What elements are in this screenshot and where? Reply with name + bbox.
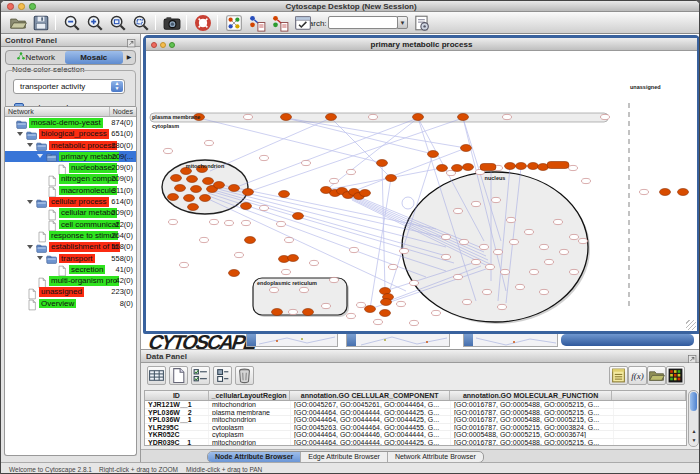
- attribute-checklist-icon[interactable]: [191, 366, 210, 385]
- delete-attribute-icon[interactable]: [235, 366, 254, 385]
- disclosure-arrow-icon[interactable]: [27, 200, 33, 204]
- table-cell[interactable]: YDR039C__1: [145, 439, 209, 446]
- attribute-table[interactable]: ID_cellularLayoutRegionannotation.GO CEL…: [144, 390, 687, 446]
- network-tree-header[interactable]: Network Nodes: [5, 107, 136, 117]
- table-cell[interactable]: plasma membrane: [209, 409, 291, 416]
- close-button[interactable]: [7, 3, 14, 10]
- tree-row-mosaic-demo-yeast[interactable]: mosaic-demo-yeast874(0): [5, 117, 136, 128]
- column-header-0[interactable]: ID: [145, 391, 209, 400]
- window-titlebar[interactable]: Cytoscape Desktop (New Session): [1, 1, 700, 12]
- frame-close-button[interactable]: [151, 42, 157, 48]
- tree-row-secretion[interactable]: secretion41(0): [5, 264, 136, 275]
- tree-row-multi-organism-pro[interactable]: multi-organism pro42(0): [5, 275, 136, 286]
- tree-row-unassigned[interactable]: unassigned223(0): [5, 286, 136, 297]
- import-table-icon[interactable]: [647, 366, 666, 385]
- table-row[interactable]: YPL036W__2plasma membrane[GO:0044464, GO…: [145, 409, 686, 417]
- vizmapper-icon[interactable]: [225, 14, 243, 32]
- zoom-button[interactable]: [29, 3, 36, 10]
- table-row[interactable]: YJR121W__1mitochondrion[GO:0045267, GO:0…: [145, 401, 686, 409]
- table-cell[interactable]: YJR121W__1: [145, 401, 209, 408]
- tree-row-response-to-stimul[interactable]: response to stimul264(0): [5, 230, 136, 241]
- table-cell[interactable]: [GO:0016787, GO:0005488, GO:0005215, G..…: [451, 439, 614, 446]
- network-frame-titlebar[interactable]: primary metabolic process: [146, 38, 697, 51]
- zoom-fit-icon[interactable]: [132, 14, 150, 32]
- background-window[interactable]: [246, 333, 338, 347]
- zoom-in-icon[interactable]: [86, 14, 104, 32]
- column-header-2[interactable]: annotation.GO CELLULAR_COMPONENT: [290, 391, 449, 400]
- tree-row-overview[interactable]: Overview8(0): [5, 298, 136, 309]
- scroll-up-arrow[interactable]: ▲: [690, 427, 698, 436]
- table-row[interactable]: YPL036W__1mitochondrion[GO:0044464, GO:0…: [145, 416, 686, 424]
- tab-node-attribute-browser[interactable]: Node Attribute Browser: [208, 452, 301, 462]
- tree-row-metabolic-process[interactable]: metabolic process280(0): [5, 140, 136, 151]
- tab-network-attribute-browser[interactable]: Network Attribute Browser: [388, 452, 483, 462]
- open-icon[interactable]: [9, 14, 27, 32]
- table-cell[interactable]: [GO:0005488, GO:0005215, GO:0003674]: [451, 431, 614, 438]
- frame-zoom-button[interactable]: [169, 42, 175, 48]
- background-window[interactable]: [463, 333, 558, 347]
- table-cell[interactable]: [GO:0016787, GO:0005215, GO:0003824, G..…: [451, 424, 614, 431]
- map-attributes-icon[interactable]: [248, 14, 266, 32]
- float-panel-icon[interactable]: [687, 351, 698, 362]
- tree-row-nitrogen-compo[interactable]: nitrogen compo209(0): [5, 173, 136, 184]
- disclosure-arrow-icon[interactable]: [17, 132, 23, 136]
- table-scrollbar[interactable]: ▲ ▼: [688, 390, 699, 447]
- minimize-button[interactable]: [18, 3, 25, 10]
- table-cell[interactable]: YLR295C: [145, 424, 209, 431]
- table-cell[interactable]: cytoplasm: [209, 424, 291, 431]
- search-dropdown-arrow[interactable]: ▼: [397, 16, 408, 29]
- table-cell[interactable]: [GO:0016787, GO:0005488, GO:0005215, G..…: [451, 401, 614, 408]
- table-row[interactable]: YLR295Ccytoplasm[GO:0045263, GO:0044464,…: [145, 424, 686, 432]
- search-input[interactable]: [328, 16, 398, 29]
- column-header-3[interactable]: annotation.GO MOLECULAR_FUNCTION: [450, 391, 612, 400]
- tree-row-macromolecule[interactable]: macromolecule311(0): [5, 185, 136, 196]
- table-cell[interactable]: [GO:0045263, GO:0044464, GO:0044455, G..…: [291, 424, 451, 431]
- notes-icon[interactable]: [609, 366, 628, 385]
- table-cell[interactable]: YPL036W__2: [145, 409, 209, 416]
- tree-row-biological-process[interactable]: biological_process651(0): [5, 128, 136, 139]
- float-panel-icon[interactable]: [126, 35, 137, 46]
- snapshot-icon[interactable]: [163, 14, 181, 32]
- table-cell[interactable]: YKR052C: [145, 431, 209, 438]
- table-cell[interactable]: [GO:0044464, GO:0044444, GO:0044425, G..…: [291, 409, 451, 416]
- disclosure-arrow-icon[interactable]: [37, 256, 43, 260]
- table-row[interactable]: YDR039C__1mitochondrion[GO:0044464, GO:0…: [145, 439, 686, 447]
- tab-overflow-arrow[interactable]: ▶: [123, 51, 135, 64]
- zoom-selected-icon[interactable]: [109, 14, 127, 32]
- table-cell[interactable]: [GO:0045267, GO:0045261, GO:0044464, G..…: [291, 401, 451, 408]
- tab-mosaic[interactable]: Mosaic: [65, 51, 124, 64]
- formula-icon[interactable]: f(x): [628, 366, 647, 385]
- scroll-down-arrow[interactable]: ▼: [690, 436, 698, 445]
- tree-row-cell-communicat[interactable]: cell communicat22(0): [5, 219, 136, 230]
- tree-row-primary-metabo[interactable]: primary metabo209(...: [5, 151, 136, 162]
- help-icon[interactable]: [194, 14, 212, 32]
- table-cell[interactable]: [GO:0044464, GO:0044444, GO:0044425, G..…: [291, 416, 451, 423]
- table-cell[interactable]: [GO:0016787, GO:0005488, GO:0005215, G..…: [451, 409, 614, 416]
- map-network-attributes-icon[interactable]: [271, 14, 289, 32]
- tree-row-transport[interactable]: transport558(0): [5, 253, 136, 264]
- tree-row-establishment-of-lo[interactable]: establishment of lo558(0): [5, 241, 136, 252]
- heatmap-icon[interactable]: [666, 366, 685, 385]
- frame-minimize-button[interactable]: [160, 42, 166, 48]
- column-header-1[interactable]: _cellularLayoutRegion: [209, 391, 291, 400]
- tree-row-cellular-process[interactable]: cellular process614(0): [5, 196, 136, 207]
- attribute-boolean-icon[interactable]: [213, 366, 232, 385]
- dropdown-stepper-icon[interactable]: ▲▼: [111, 81, 123, 92]
- network-canvas[interactable]: plasma membranecytoplasmmitochondrionnuc…: [146, 51, 697, 331]
- table-cell[interactable]: [GO:0044464, GO:0044444, GO:0044425, G..…: [291, 439, 451, 446]
- disclosure-arrow-icon[interactable]: [27, 245, 33, 249]
- attribute-select-icon[interactable]: [147, 366, 166, 385]
- table-cell[interactable]: [GO:0044464, GO:0044446, GO:0044444, G..…: [291, 431, 451, 438]
- tree-row-cellular-metabo[interactable]: cellular metabo209(0): [5, 207, 136, 218]
- node-color-dropdown[interactable]: transporter activity ▲▼: [13, 79, 125, 94]
- scrollbar-thumb[interactable]: [690, 392, 697, 411]
- zoom-out-icon[interactable]: [63, 14, 81, 32]
- tab-edge-attribute-browser[interactable]: Edge Attribute Browser: [301, 452, 388, 462]
- background-window-titlebar[interactable]: [561, 334, 694, 346]
- browser-icon[interactable]: [294, 14, 312, 32]
- tab-network[interactable]: Network: [6, 51, 65, 64]
- resize-grip[interactable]: [686, 320, 696, 330]
- table-cell[interactable]: cytoplasm: [209, 431, 291, 438]
- disclosure-arrow-icon[interactable]: [27, 143, 33, 147]
- save-icon[interactable]: [32, 14, 50, 32]
